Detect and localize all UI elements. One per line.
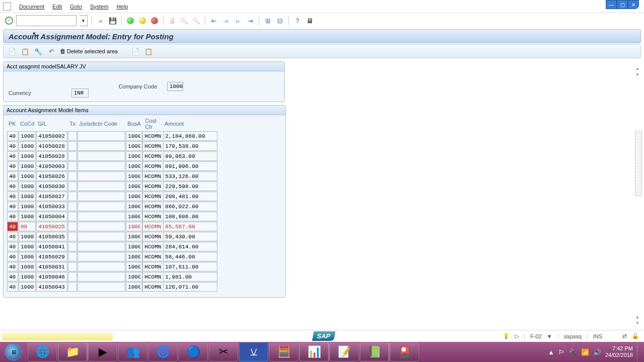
cell-input[interactable] bbox=[36, 242, 67, 251]
tray-clock[interactable]: 7:42 PM 24/02/2018 bbox=[605, 345, 633, 358]
cell-input[interactable] bbox=[77, 131, 125, 141]
cell-input[interactable] bbox=[77, 212, 125, 221]
cell-input[interactable] bbox=[19, 222, 36, 231]
cell-input[interactable] bbox=[77, 242, 125, 251]
costctr-cell[interactable] bbox=[142, 182, 163, 191]
table-row[interactable] bbox=[7, 131, 217, 141]
cell-input[interactable] bbox=[7, 171, 18, 181]
copy-icon[interactable]: 📋 bbox=[21, 47, 30, 56]
cell-input[interactable] bbox=[77, 282, 125, 292]
task-chrome[interactable]: 🔵 bbox=[179, 342, 208, 361]
scrollbar-handle[interactable] bbox=[635, 131, 642, 196]
cell-input[interactable] bbox=[7, 161, 18, 171]
cell-input[interactable] bbox=[77, 151, 125, 161]
cell-input[interactable] bbox=[68, 282, 77, 292]
cell-input[interactable] bbox=[7, 242, 18, 251]
busa-cell[interactable] bbox=[126, 252, 142, 261]
cell-input[interactable] bbox=[163, 242, 217, 251]
busa-cell[interactable] bbox=[126, 232, 142, 241]
first-page-icon[interactable]: ⇤ bbox=[209, 16, 218, 25]
costctr-cell[interactable] bbox=[142, 141, 163, 151]
cell-input[interactable] bbox=[163, 252, 217, 261]
cell-input[interactable] bbox=[68, 222, 77, 231]
table-row[interactable] bbox=[7, 262, 217, 272]
cell-input[interactable] bbox=[68, 242, 77, 251]
cell-input[interactable] bbox=[68, 171, 77, 181]
command-dropdown[interactable]: ▼ bbox=[79, 15, 88, 26]
scroll-down-icon[interactable]: ▼ bbox=[634, 321, 641, 327]
back-icon[interactable]: « bbox=[96, 16, 105, 25]
start-button[interactable]: ⊞ bbox=[0, 342, 27, 362]
cell-input[interactable] bbox=[36, 151, 67, 161]
cell-input[interactable] bbox=[19, 182, 36, 191]
cell-input[interactable] bbox=[36, 222, 67, 231]
cell-input[interactable] bbox=[36, 282, 67, 292]
help-icon[interactable]: ? bbox=[293, 16, 302, 25]
cell-input[interactable] bbox=[36, 141, 67, 151]
busa-cell[interactable] bbox=[126, 222, 142, 231]
cell-input[interactable] bbox=[163, 141, 217, 151]
task-notes[interactable]: 📝 bbox=[330, 342, 359, 361]
cell-input[interactable] bbox=[7, 232, 18, 241]
cell-input[interactable] bbox=[7, 252, 18, 261]
busa-cell[interactable] bbox=[126, 212, 142, 221]
cell-input[interactable] bbox=[7, 141, 18, 151]
cell-input[interactable] bbox=[19, 151, 36, 161]
cell-input[interactable] bbox=[68, 161, 77, 171]
menu-goto[interactable]: Goto bbox=[70, 4, 82, 10]
tray-network-icon[interactable]: 📶 bbox=[581, 348, 589, 356]
cell-input[interactable] bbox=[36, 182, 67, 191]
cell-input[interactable] bbox=[163, 182, 217, 191]
busa-cell[interactable] bbox=[126, 202, 142, 211]
cell-input[interactable] bbox=[7, 282, 18, 292]
table-row[interactable] bbox=[7, 171, 217, 181]
cell-input[interactable] bbox=[68, 212, 77, 221]
scroll-up-icon[interactable]: ▲ bbox=[634, 66, 641, 72]
table-row[interactable] bbox=[7, 282, 217, 292]
cell-input[interactable] bbox=[19, 171, 36, 181]
cell-input[interactable] bbox=[36, 202, 67, 211]
cell-input[interactable] bbox=[36, 131, 67, 141]
cell-input[interactable] bbox=[77, 141, 125, 151]
cell-input[interactable] bbox=[19, 242, 36, 251]
costctr-cell[interactable] bbox=[142, 212, 163, 221]
cell-input[interactable] bbox=[19, 232, 36, 241]
expand-icon[interactable]: ▷ bbox=[515, 333, 519, 339]
cell-input[interactable] bbox=[163, 212, 217, 221]
help-cue-icon[interactable]: 💡 bbox=[503, 333, 510, 339]
cell-input[interactable] bbox=[19, 131, 36, 141]
cell-input[interactable] bbox=[163, 192, 217, 201]
cell-input[interactable] bbox=[36, 262, 67, 272]
costctr-cell[interactable] bbox=[142, 151, 163, 161]
task-snip[interactable]: ✂ bbox=[209, 342, 238, 361]
table-row[interactable] bbox=[7, 182, 217, 191]
cell-input[interactable] bbox=[163, 262, 217, 272]
costctr-cell[interactable] bbox=[142, 161, 163, 171]
cell-input[interactable] bbox=[68, 232, 77, 241]
layout-icon[interactable]: 🖥 bbox=[305, 16, 314, 25]
cell-input[interactable] bbox=[77, 171, 125, 181]
cell-input[interactable] bbox=[19, 192, 36, 201]
cell-input[interactable] bbox=[36, 272, 67, 282]
new-session-icon[interactable]: ⊞ bbox=[263, 16, 272, 25]
cell-input[interactable] bbox=[77, 272, 125, 282]
busa-cell[interactable] bbox=[126, 242, 142, 251]
tray-up-icon[interactable]: ▲ bbox=[548, 348, 554, 356]
table-row[interactable] bbox=[7, 212, 217, 221]
command-field[interactable] bbox=[16, 15, 76, 26]
cell-input[interactable] bbox=[7, 192, 18, 201]
task-explorer[interactable]: 📁 bbox=[58, 342, 87, 361]
busa-cell[interactable] bbox=[126, 282, 142, 292]
table-row[interactable] bbox=[7, 161, 217, 171]
task-media[interactable]: ▶ bbox=[88, 342, 117, 361]
cell-input[interactable] bbox=[163, 282, 217, 292]
costctr-cell[interactable] bbox=[142, 222, 163, 231]
lock-icon[interactable]: 🔓 bbox=[632, 333, 639, 339]
cell-input[interactable] bbox=[7, 182, 18, 191]
settings-icon[interactable]: 🔧 bbox=[34, 47, 43, 56]
costctr-cell[interactable] bbox=[142, 232, 163, 241]
table-row[interactable] bbox=[7, 202, 217, 211]
cell-input[interactable] bbox=[19, 161, 36, 171]
table-row[interactable] bbox=[7, 141, 217, 151]
costctr-cell[interactable] bbox=[142, 282, 163, 292]
